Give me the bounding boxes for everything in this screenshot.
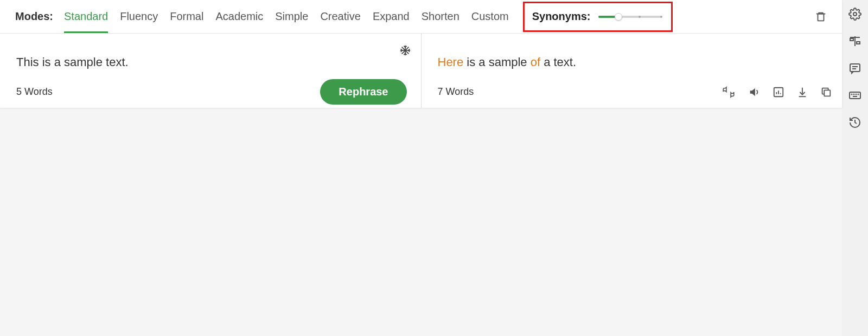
svg-rect-17 — [857, 42, 860, 44]
svg-rect-16 — [850, 38, 853, 41]
right-rail — [842, 0, 868, 336]
rephrase-button[interactable]: Rephrase — [320, 79, 406, 105]
input-text[interactable]: This is a sample text. — [0, 34, 421, 76]
speaker-icon[interactable] — [748, 86, 761, 98]
topbar: Modes: StandardFluencyFormalAcademicSimp… — [0, 0, 842, 34]
svg-rect-10 — [824, 90, 830, 96]
mode-tab-expand[interactable]: Expand — [373, 1, 410, 33]
compare-icon[interactable] — [846, 33, 864, 50]
svg-rect-22 — [850, 92, 860, 99]
svg-rect-0 — [818, 14, 824, 21]
copy-icon[interactable] — [820, 86, 832, 98]
history-icon[interactable] — [846, 114, 864, 131]
mode-tab-academic[interactable]: Academic — [215, 1, 263, 33]
mode-tab-fluency[interactable]: Fluency — [120, 1, 158, 33]
svg-point-25 — [856, 94, 857, 95]
feedback-rail-icon[interactable] — [846, 60, 864, 77]
trash-icon[interactable] — [812, 7, 830, 27]
svg-point-26 — [858, 94, 859, 95]
svg-point-14 — [853, 12, 857, 16]
mode-tab-creative[interactable]: Creative — [320, 1, 360, 33]
synonyms-label: Synonyms: — [532, 10, 591, 23]
mode-tab-custom[interactable]: Custom — [471, 1, 509, 33]
synonyms-control: Synonyms: — [523, 2, 673, 32]
output-word: is a sample — [463, 55, 531, 69]
changed-word[interactable]: of — [531, 55, 540, 69]
svg-rect-19 — [850, 64, 860, 72]
changed-word[interactable]: Here — [438, 55, 464, 69]
output-word-count: 7 Words — [438, 86, 474, 98]
freeze-icon[interactable] — [399, 44, 411, 56]
mode-tab-shorten[interactable]: Shorten — [422, 1, 459, 33]
settings-icon[interactable] — [846, 5, 864, 23]
svg-point-24 — [854, 94, 854, 95]
modes-label: Modes: — [15, 10, 53, 23]
download-icon[interactable] — [796, 86, 808, 98]
keyboard-icon[interactable] — [846, 87, 864, 104]
output-text[interactable]: Here is a sample of a text. — [422, 34, 843, 76]
synonyms-slider[interactable] — [598, 16, 661, 18]
mode-tabs: StandardFluencyFormalAcademicSimpleCreat… — [64, 1, 509, 33]
mode-tab-formal[interactable]: Formal — [170, 1, 203, 33]
input-word-count: 5 Words — [16, 86, 53, 98]
svg-point-23 — [852, 94, 852, 95]
output-panel: Here is a sample of a text. 7 Words — [422, 34, 843, 108]
input-panel: This is a sample text. 5 Words Rephrase — [0, 34, 422, 108]
output-actions — [722, 86, 832, 98]
output-word: a text. — [540, 55, 576, 69]
panels: This is a sample text. 5 Words Rephrase … — [0, 34, 842, 108]
feedback-icon[interactable] — [722, 86, 736, 98]
stats-icon[interactable] — [773, 86, 784, 98]
mode-tab-standard[interactable]: Standard — [64, 1, 108, 33]
mode-tab-simple[interactable]: Simple — [275, 1, 308, 33]
